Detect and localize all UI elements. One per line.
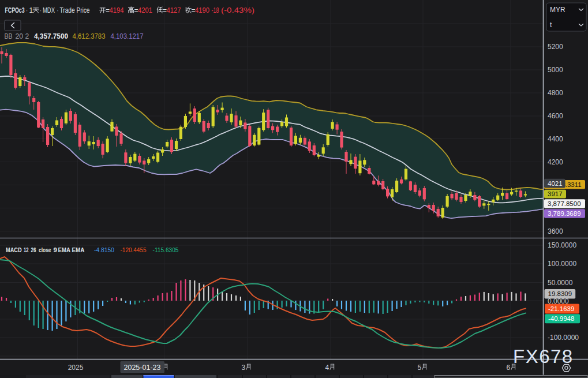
svg-text:5000: 5000 bbox=[548, 66, 563, 74]
svg-text:150.0000: 150.0000 bbox=[548, 241, 576, 249]
svg-text:4200: 4200 bbox=[548, 158, 563, 166]
svg-text:5200: 5200 bbox=[548, 43, 563, 51]
svg-text:-100.0000: -100.0000 bbox=[548, 334, 579, 342]
svg-text:5: 5 bbox=[418, 364, 422, 372]
svg-text:MACD: MACD bbox=[6, 246, 22, 253]
svg-text:Trade Price: Trade Price bbox=[60, 6, 90, 14]
svg-text:FCPOc3: FCPOc3 bbox=[5, 6, 25, 14]
svg-text:50.0000: 50.0000 bbox=[548, 279, 573, 287]
svg-text:3,789.3689: 3,789.3689 bbox=[548, 210, 581, 217]
svg-text:4021: 4021 bbox=[548, 180, 563, 187]
svg-text:4: 4 bbox=[325, 364, 329, 372]
svg-text:EMA: EMA bbox=[72, 246, 85, 253]
svg-text:MDX: MDX bbox=[43, 6, 55, 14]
svg-text:-120.4455: -120.4455 bbox=[121, 246, 147, 253]
svg-text:26: 26 bbox=[31, 246, 36, 253]
svg-text:6: 6 bbox=[507, 364, 511, 372]
svg-text:EMA: EMA bbox=[58, 246, 71, 253]
svg-text:2025: 2025 bbox=[68, 364, 84, 372]
svg-text:4400: 4400 bbox=[548, 135, 563, 143]
svg-text:3600: 3600 bbox=[548, 227, 563, 235]
svg-text:3,877.8500: 3,877.8500 bbox=[548, 200, 581, 207]
svg-text:12: 12 bbox=[24, 246, 29, 253]
svg-text:3917: 3917 bbox=[548, 190, 563, 197]
svg-text:4,103.1217: 4,103.1217 bbox=[111, 32, 144, 40]
svg-text:BB: BB bbox=[5, 32, 13, 40]
svg-text:MYR: MYR bbox=[550, 6, 565, 14]
svg-text:100.0000: 100.0000 bbox=[548, 260, 576, 268]
svg-text:4800: 4800 bbox=[548, 89, 563, 97]
svg-text:·: · bbox=[26, 6, 28, 14]
svg-text:FX678: FX678 bbox=[513, 346, 574, 367]
svg-text:-4.8150: -4.8150 bbox=[94, 246, 114, 253]
svg-text:-18: -18 bbox=[212, 6, 219, 14]
svg-text:1: 1 bbox=[29, 6, 33, 14]
svg-text:19.8309: 19.8309 bbox=[548, 290, 572, 297]
svg-text:close: close bbox=[39, 246, 51, 253]
svg-text:·: · bbox=[57, 6, 59, 14]
svg-text:20: 20 bbox=[16, 32, 24, 40]
svg-text:2025-01-23: 2025-01-23 bbox=[124, 364, 161, 372]
svg-text:4190: 4190 bbox=[195, 6, 209, 14]
svg-text:(-0.43%): (-0.43%) bbox=[221, 6, 254, 14]
svg-text:·: · bbox=[40, 6, 42, 14]
svg-text:-115.6305: -115.6305 bbox=[153, 246, 179, 253]
svg-text:4,612.3783: 4,612.3783 bbox=[73, 32, 106, 40]
svg-text:4600: 4600 bbox=[548, 112, 563, 120]
svg-text:3: 3 bbox=[242, 364, 246, 372]
svg-text:4,357.7500: 4,357.7500 bbox=[34, 32, 68, 40]
svg-text:4194: 4194 bbox=[110, 6, 124, 14]
svg-text:4127: 4127 bbox=[167, 6, 181, 14]
svg-text:2: 2 bbox=[25, 32, 29, 40]
svg-text:4201: 4201 bbox=[138, 6, 152, 14]
svg-text:-40.9948: -40.9948 bbox=[548, 315, 574, 322]
svg-text:9: 9 bbox=[54, 246, 57, 253]
svg-text:-21.1639: -21.1639 bbox=[548, 305, 574, 312]
